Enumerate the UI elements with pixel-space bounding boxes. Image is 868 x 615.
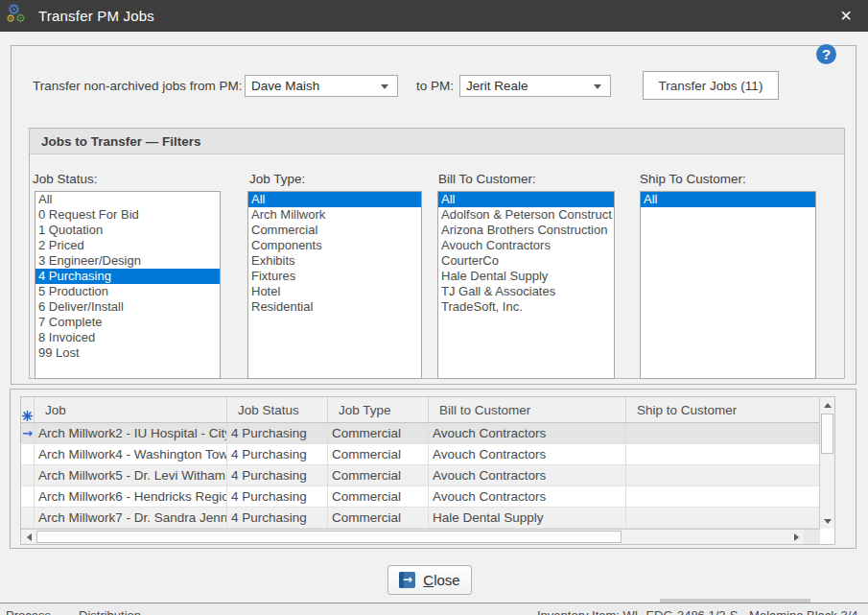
cell-job: Arch Millwork5 - Dr. Levi Witham ( [35, 465, 227, 485]
scroll-down-button[interactable] [820, 513, 834, 529]
transfer-pm-jobs-dialog: ⚙ ⚙ ⚙ Transfer PM Jobs × Transfer non-ar… [0, 0, 868, 615]
column-header-ship-to-customer[interactable]: Ship to Customer [626, 397, 820, 422]
close-window-icon[interactable]: × [824, 0, 868, 32]
table-row[interactable]: Arch Millwork6 - Hendricks Regio 4 Purch… [21, 486, 820, 508]
transfer-from-label: Transfer non-archived jobs from PM: [33, 79, 243, 93]
triangle-down-icon [824, 519, 832, 524]
cell-bill-to: Avouch Contractors [429, 423, 626, 443]
window-title: Transfer PM Jobs [38, 8, 154, 24]
cell-job: Arch Millwork2 - IU Hospital - City [35, 423, 227, 443]
list-item-selected[interactable]: All [438, 192, 614, 207]
job-type-label: Job Type: [249, 172, 305, 186]
table-row[interactable]: Arch Millwork4 - Washington Tow 4 Purcha… [21, 444, 820, 465]
cell-ship-to [626, 423, 820, 443]
table-row[interactable]: Arch Millwork5 - Dr. Levi Witham ( 4 Pur… [21, 465, 820, 486]
transfer-jobs-button[interactable]: Transfer Jobs (11) [643, 71, 779, 100]
list-item[interactable]: 0 Request For Bid [35, 207, 220, 223]
scroll-left-button[interactable] [21, 530, 36, 544]
v-scroll-thumb[interactable] [821, 414, 833, 454]
column-header-job-type[interactable]: Job Type [328, 397, 429, 422]
cell-job: Arch Millwork6 - Hendricks Regio [35, 486, 227, 507]
cell-ship-to [626, 444, 820, 464]
table-row[interactable]: Arch Millwork7 - Dr. Sandra Jenni 4 Purc… [21, 508, 820, 529]
cell-job-type: Commercial [328, 423, 429, 443]
table-row[interactable]: → Arch Millwork2 - IU Hospital - City 4 … [21, 423, 820, 444]
column-header-job-status[interactable]: Job Status [227, 397, 328, 422]
list-item[interactable]: CourterCo [438, 253, 614, 269]
list-item[interactable]: Avouch Contractors [438, 238, 614, 253]
list-item[interactable]: Hotel [248, 284, 421, 299]
list-item[interactable]: Arizona Brothers Construction [438, 223, 614, 238]
h-scroll-thumb[interactable] [36, 531, 622, 543]
list-item[interactable]: Residential [248, 299, 421, 315]
cell-job-type: Commercial [328, 465, 429, 485]
list-item[interactable]: Adolfson & Peterson Construct [438, 207, 614, 223]
cell-job-status: 4 Purchasing [227, 444, 328, 464]
triangle-up-icon [824, 403, 832, 408]
current-row-arrow-icon: → [22, 423, 33, 443]
list-item[interactable]: 1 Quotation [35, 223, 220, 238]
cell-ship-to [626, 465, 820, 485]
list-item[interactable]: Arch Millwork [248, 207, 421, 223]
list-item-selected[interactable]: All [641, 192, 815, 207]
bill-to-customer-label: Bill To Customer: [438, 172, 536, 186]
list-item[interactable]: Hale Dental Supply [438, 269, 614, 284]
background-label: Distribution [79, 608, 141, 615]
pm-from-select[interactable]: Dave Maish [245, 75, 398, 97]
chevron-down-icon [381, 84, 388, 89]
list-item[interactable]: 8 Invoiced [35, 330, 220, 345]
horizontal-scrollbar[interactable] [21, 529, 804, 544]
jobs-grid: Job Job Status Job Type Bill to Customer… [20, 396, 835, 545]
ship-to-customer-listbox[interactable]: All [640, 191, 816, 379]
list-item[interactable]: 3 Engineer/Design [35, 253, 220, 269]
list-item[interactable]: All [35, 192, 220, 207]
list-item-selected[interactable]: 4 Purchasing [35, 269, 220, 284]
list-item[interactable]: 99 Lost [35, 345, 220, 361]
bill-to-customer-listbox[interactable]: All Adolfson & Peterson Construct Arizon… [437, 191, 615, 379]
list-item[interactable]: Components [248, 238, 421, 253]
job-status-listbox[interactable]: All 0 Request For Bid 1 Quotation 2 Pric… [35, 191, 221, 379]
ship-to-customer-label: Ship To Customer: [640, 172, 746, 186]
list-item-selected[interactable]: All [248, 192, 421, 207]
app-gears-icon: ⚙ ⚙ ⚙ [7, 5, 30, 28]
scroll-right-button[interactable] [788, 530, 804, 544]
background-window-strip: Process Distribution Inventory Item: WL-… [0, 603, 868, 615]
cell-job-type: Commercial [328, 444, 429, 464]
star-icon [22, 411, 33, 421]
list-item[interactable]: Exhibits [248, 253, 421, 269]
background-inventory-text: Inventory Item: WL-EDG-3486 1/2-S - Mela… [537, 608, 858, 615]
transfer-to-label: to PM: [416, 79, 454, 93]
pm-to-select[interactable]: Jerit Reale [459, 75, 611, 97]
help-icon[interactable]: ? [816, 44, 836, 64]
cell-job-status: 4 Purchasing [227, 465, 328, 485]
triangle-right-icon [794, 533, 799, 541]
cell-job: Arch Millwork7 - Dr. Sandra Jenni [35, 508, 227, 528]
list-item[interactable]: Commercial [248, 223, 421, 238]
cell-bill-to: Avouch Contractors [429, 486, 626, 507]
list-item[interactable]: 2 Priced [35, 238, 220, 253]
cell-job-status: 4 Purchasing [227, 486, 328, 507]
list-item[interactable]: Fixtures [248, 269, 421, 284]
list-item[interactable]: 5 Production [35, 284, 220, 299]
cell-bill-to: Hale Dental Supply [429, 508, 626, 528]
scroll-up-button[interactable] [820, 397, 834, 413]
close-button-label: Close [423, 572, 459, 588]
cell-job: Arch Millwork4 - Washington Tow [35, 444, 227, 464]
column-header-bill-to-customer[interactable]: Bill to Customer [429, 397, 626, 422]
list-item[interactable]: TJ Gall & Associates [438, 284, 614, 299]
column-header-job[interactable]: Job [35, 397, 227, 422]
pm-from-value: Dave Maish [251, 79, 319, 93]
chevron-down-icon [594, 84, 601, 89]
job-status-label: Job Status: [33, 172, 98, 186]
row-indicator-header[interactable] [21, 397, 35, 422]
list-item[interactable]: 7 Complete [35, 315, 220, 330]
background-label: Process [6, 608, 51, 615]
job-type-listbox[interactable]: All Arch Millwork Commercial Components … [247, 191, 422, 379]
list-item[interactable]: 6 Deliver/Install [35, 299, 220, 315]
vertical-scrollbar[interactable] [819, 397, 834, 529]
cell-job-status: 4 Purchasing [227, 508, 328, 528]
scrollbar-corner [804, 529, 820, 544]
close-button[interactable]: → Close [387, 565, 472, 595]
cell-ship-to [626, 486, 820, 507]
list-item[interactable]: TradeSoft, Inc. [438, 299, 614, 315]
